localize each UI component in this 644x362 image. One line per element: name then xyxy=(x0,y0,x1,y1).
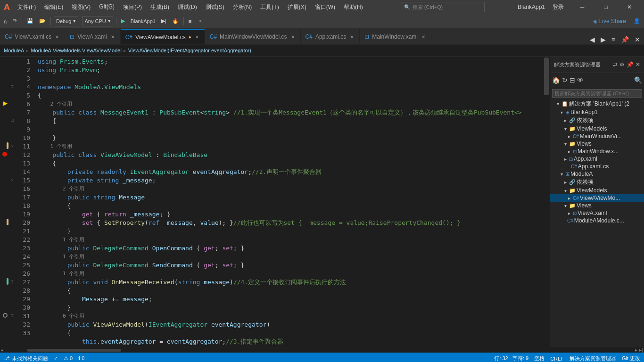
git-branch-btn[interactable]: ⎇ 未找到相关问题 xyxy=(4,355,48,362)
menu-tools[interactable]: 工具(T) xyxy=(256,2,282,12)
cg-31[interactable]: ▿ xyxy=(9,311,15,320)
se-home-icon[interactable]: 🏠 xyxy=(552,76,560,84)
se-pin-btn[interactable]: 📌 xyxy=(627,61,634,68)
menu-file[interactable]: 文件(F) xyxy=(14,2,40,12)
expand-mwxaml-icon[interactable]: ▸ xyxy=(565,149,573,154)
debug-config-dropdown[interactable]: Debug ▾ xyxy=(54,16,78,26)
editor-scrollbar-track[interactable] xyxy=(543,57,550,347)
expand-viewavm-icon[interactable]: ▸ xyxy=(565,196,573,201)
run-button[interactable]: ▶ xyxy=(119,17,127,25)
attach-btn[interactable]: ▶| xyxy=(159,17,168,25)
pin-tab-btn[interactable]: 📌 xyxy=(619,35,631,44)
solution-explorer-status-btn[interactable]: 解决方案资源管理器 xyxy=(570,355,616,362)
expand-modulea-views-icon[interactable]: ▾ xyxy=(561,203,569,208)
encoding-info[interactable]: CRLF xyxy=(550,356,564,362)
menu-git[interactable]: Git(G) xyxy=(95,2,118,12)
warning-count[interactable]: ⚠ 0 xyxy=(64,355,73,362)
expand-blankapp1-icon[interactable]: ▾ xyxy=(558,110,565,115)
hot-reload-btn[interactable]: 🔥 xyxy=(170,17,181,25)
tree-modulea-views[interactable]: ▾ 📁 Views xyxy=(550,202,644,209)
se-close-btn[interactable]: ✕ xyxy=(636,61,640,68)
expand-viewaxaml-icon[interactable]: ▸ xyxy=(565,211,573,216)
tree-moduleamodule[interactable]: C# ModuleAModule.c... xyxy=(550,217,644,224)
menu-view[interactable]: 视图(V) xyxy=(68,2,94,12)
tree-app-xaml[interactable]: ▸ ⊡ App.xaml xyxy=(550,155,644,163)
editor-scrollbar-thumb[interactable] xyxy=(544,58,549,95)
expand-mainvm-icon[interactable]: ▸ xyxy=(565,134,573,139)
se-collapse-all-icon[interactable]: ⊟ xyxy=(570,76,575,84)
menu-debug[interactable]: 调试(D) xyxy=(174,2,201,12)
tree-app-cs[interactable]: C# App.xaml.cs xyxy=(550,163,644,170)
expand-modulea-deps-icon[interactable]: ▸ xyxy=(561,180,569,185)
path-method-item[interactable]: ViewAViewModel(IEventAggregator eventAgg… xyxy=(128,48,251,53)
cg-8[interactable]: □ xyxy=(9,116,15,124)
tab-5[interactable]: ⊡ MainWindow.xaml ✕ xyxy=(360,29,431,44)
platform-dropdown[interactable]: Any CPU ▾ xyxy=(82,16,113,26)
tree-views1[interactable]: ▾ 📁 Views xyxy=(550,140,644,148)
close-all-tabs-btn[interactable]: ✕ xyxy=(633,35,642,44)
scroll-end-btn[interactable]: ▸| xyxy=(639,347,643,353)
editor-horizontal-scrollbar[interactable]: ◂ ▸ ▸| xyxy=(0,347,644,353)
tab-close-2[interactable]: ✕ xyxy=(194,33,200,41)
tree-viewmodels1[interactable]: ▾ 📁 ViewModels xyxy=(550,125,644,132)
tree-modulea-deps[interactable]: ▸ 🔗 依赖项 xyxy=(550,178,644,187)
expand-modulea-vm-icon[interactable]: ▾ xyxy=(561,188,569,193)
tree-viewa-xaml[interactable]: ▸ ⊡ ViewA.xaml xyxy=(550,209,644,217)
expand-solution-icon[interactable]: ▾ xyxy=(554,101,561,107)
line-col-info[interactable]: 行: 32 字符: 9 xyxy=(494,355,528,362)
expand-views1-icon[interactable]: ▾ xyxy=(561,141,569,147)
tab-close-5[interactable]: ✕ xyxy=(421,33,426,41)
menu-help[interactable]: 帮助(H) xyxy=(340,2,367,12)
toolbar-redo-btn[interactable]: ↷ xyxy=(11,17,19,25)
git-changes-btn[interactable]: Git 更改 xyxy=(622,355,640,362)
run-app-label[interactable]: BlankApp1 xyxy=(129,17,157,25)
solution-search-input[interactable] xyxy=(552,89,642,98)
tree-deps1[interactable]: ▸ 🔗 依赖项 xyxy=(550,116,644,125)
cg-11[interactable]: ▿ xyxy=(9,141,15,150)
spaces-info[interactable]: 空格 xyxy=(534,355,545,362)
expand-deps1-icon[interactable]: ▸ xyxy=(561,118,569,123)
cg-15[interactable]: ▿ xyxy=(9,175,15,184)
se-settings-btn[interactable]: ⚙ xyxy=(619,61,625,68)
tree-viewaviewmodel[interactable]: ▸ C# ViewAViewMo... xyxy=(550,194,644,202)
tab-list-btn[interactable]: ≡ xyxy=(610,35,617,44)
tree-mainwindow-xaml[interactable]: ▸ ⊡ MainWindow.x... xyxy=(550,148,644,155)
menu-edit[interactable]: 编辑(E) xyxy=(41,2,67,12)
menu-analyze[interactable]: 分析(N) xyxy=(229,2,256,12)
indent-btn[interactable]: ⇥ xyxy=(195,17,203,25)
expand-viewmodels1-icon[interactable]: ▾ xyxy=(561,126,569,132)
path-namespace-item[interactable]: ModuleA.ViewModels.ViewAViewModel xyxy=(31,48,121,53)
menu-extensions[interactable]: 扩展(X) xyxy=(284,2,310,12)
tree-modulea-viewmodels[interactable]: ▾ 📁 ViewModels xyxy=(550,187,644,194)
info-count[interactable]: ℹ 0 xyxy=(78,355,84,362)
login-button[interactable]: 登录 xyxy=(553,3,564,11)
se-sync-btn[interactable]: ⇄ xyxy=(613,61,618,68)
tab-4[interactable]: C# App.xaml.cs ✕ xyxy=(301,29,360,44)
path-module-item[interactable]: ModuleA xyxy=(4,48,24,53)
tab-close-0[interactable]: ✕ xyxy=(54,33,60,41)
cg-4[interactable]: ▿ xyxy=(9,82,15,90)
tab-close-3[interactable]: ✕ xyxy=(290,33,296,41)
scroll-left-btn[interactable]: ◂ xyxy=(1,347,3,353)
profile-btn[interactable]: 👤 xyxy=(632,17,642,25)
menu-window[interactable]: 窗口(W) xyxy=(311,2,339,12)
tree-blankapp1[interactable]: ▾ ⊞ BlankApp1 xyxy=(550,108,644,116)
scrollbar-thumb[interactable] xyxy=(27,349,121,352)
code-editor[interactable]: using Prism.Events; using Prism.Mvvm; na… xyxy=(34,57,543,347)
close-button[interactable]: ✕ xyxy=(619,0,640,14)
toolbar-open-btn[interactable]: 📂 xyxy=(37,17,48,25)
live-share-button[interactable]: ◈ Live Share xyxy=(593,18,626,25)
tab-close-1[interactable]: ✕ xyxy=(110,33,116,41)
toolbar-undo-btn[interactable]: ⎌ xyxy=(2,17,9,25)
tree-mainvm[interactable]: ▸ C# MainWindowVi... xyxy=(550,132,644,140)
cg-27[interactable]: ▿ xyxy=(9,277,15,286)
toolbar-save-btn[interactable]: 💾 xyxy=(25,17,35,25)
maximize-button[interactable]: □ xyxy=(595,0,617,14)
se-search-icon[interactable]: 🔍 xyxy=(634,76,642,84)
tab-1[interactable]: ⊡ ViewA.xaml ✕ xyxy=(65,29,120,44)
se-refresh-icon[interactable]: ↻ xyxy=(562,76,568,84)
minimize-button[interactable]: ─ xyxy=(571,0,593,14)
tab-close-4[interactable]: ✕ xyxy=(349,33,355,41)
search-box[interactable]: 🔍 搜索 (Ctrl+Q) xyxy=(400,2,485,12)
tab-3[interactable]: C# MainWindowViewModel.cs ✕ xyxy=(205,29,301,44)
